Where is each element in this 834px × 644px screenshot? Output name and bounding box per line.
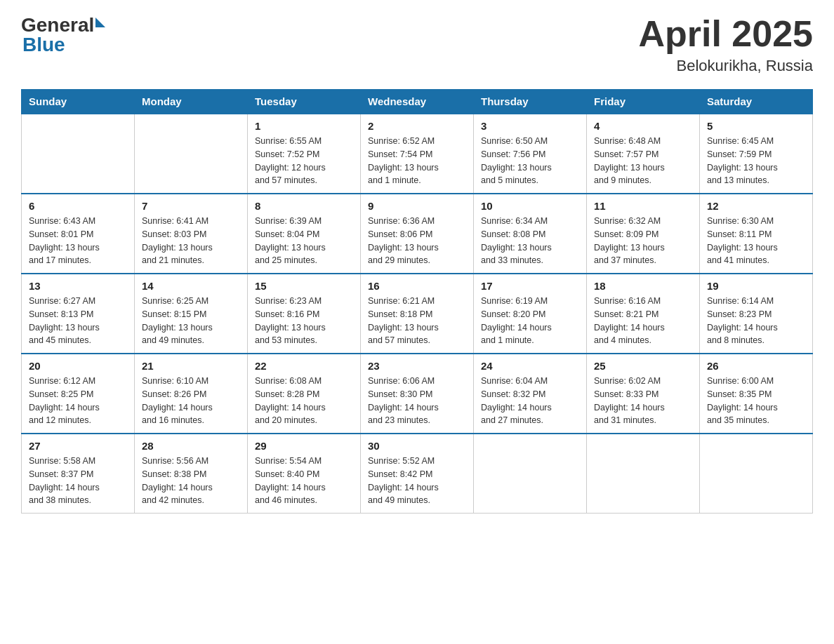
day-number: 23	[368, 360, 466, 372]
calendar-subtitle: Belokurikha, Russia	[638, 57, 813, 75]
calendar-week-row: 20Sunrise: 6:12 AMSunset: 8:25 PMDayligh…	[22, 354, 813, 434]
day-number: 4	[594, 120, 692, 132]
calendar-title: April 2025	[638, 14, 813, 54]
weekday-header-friday: Friday	[587, 90, 700, 114]
day-number: 26	[707, 360, 805, 372]
day-number: 9	[368, 200, 466, 212]
calendar-cell: 2Sunrise: 6:52 AMSunset: 7:54 PMDaylight…	[361, 114, 474, 194]
day-info: Sunrise: 6:06 AMSunset: 8:30 PMDaylight:…	[368, 375, 466, 427]
day-info: Sunrise: 6:43 AMSunset: 8:01 PMDaylight:…	[29, 215, 127, 267]
day-info: Sunrise: 6:36 AMSunset: 8:06 PMDaylight:…	[368, 215, 466, 267]
calendar-cell	[474, 434, 587, 514]
calendar-cell: 26Sunrise: 6:00 AMSunset: 8:35 PMDayligh…	[700, 354, 813, 434]
calendar-table: SundayMondayTuesdayWednesdayThursdayFrid…	[21, 89, 813, 514]
calendar-cell: 4Sunrise: 6:48 AMSunset: 7:57 PMDaylight…	[587, 114, 700, 194]
day-info: Sunrise: 6:39 AMSunset: 8:04 PMDaylight:…	[255, 215, 353, 267]
calendar-cell: 29Sunrise: 5:54 AMSunset: 8:40 PMDayligh…	[248, 434, 361, 514]
day-info: Sunrise: 5:54 AMSunset: 8:40 PMDaylight:…	[255, 455, 353, 507]
calendar-cell: 12Sunrise: 6:30 AMSunset: 8:11 PMDayligh…	[700, 194, 813, 274]
day-number: 12	[707, 200, 805, 212]
day-info: Sunrise: 6:02 AMSunset: 8:33 PMDaylight:…	[594, 375, 692, 427]
calendar-cell: 27Sunrise: 5:58 AMSunset: 8:37 PMDayligh…	[22, 434, 135, 514]
day-info: Sunrise: 6:16 AMSunset: 8:21 PMDaylight:…	[594, 295, 692, 347]
calendar-title-block: April 2025 Belokurikha, Russia	[638, 14, 813, 75]
calendar-week-row: 1Sunrise: 6:55 AMSunset: 7:52 PMDaylight…	[22, 114, 813, 194]
calendar-cell: 7Sunrise: 6:41 AMSunset: 8:03 PMDaylight…	[135, 194, 248, 274]
weekday-header-row: SundayMondayTuesdayWednesdayThursdayFrid…	[22, 90, 813, 114]
calendar-cell: 19Sunrise: 6:14 AMSunset: 8:23 PMDayligh…	[700, 274, 813, 354]
day-info: Sunrise: 5:52 AMSunset: 8:42 PMDaylight:…	[368, 455, 466, 507]
calendar-cell: 30Sunrise: 5:52 AMSunset: 8:42 PMDayligh…	[361, 434, 474, 514]
day-info: Sunrise: 6:52 AMSunset: 7:54 PMDaylight:…	[368, 135, 466, 187]
day-info: Sunrise: 6:41 AMSunset: 8:03 PMDaylight:…	[142, 215, 240, 267]
calendar-week-row: 13Sunrise: 6:27 AMSunset: 8:13 PMDayligh…	[22, 274, 813, 354]
day-number: 5	[707, 120, 805, 132]
day-number: 3	[481, 120, 579, 132]
day-info: Sunrise: 6:32 AMSunset: 8:09 PMDaylight:…	[594, 215, 692, 267]
calendar-week-row: 6Sunrise: 6:43 AMSunset: 8:01 PMDaylight…	[22, 194, 813, 274]
calendar-cell: 22Sunrise: 6:08 AMSunset: 8:28 PMDayligh…	[248, 354, 361, 434]
day-number: 11	[594, 200, 692, 212]
calendar-cell: 10Sunrise: 6:34 AMSunset: 8:08 PMDayligh…	[474, 194, 587, 274]
weekday-header-wednesday: Wednesday	[361, 90, 474, 114]
calendar-cell: 20Sunrise: 6:12 AMSunset: 8:25 PMDayligh…	[22, 354, 135, 434]
logo-arrow-icon	[95, 18, 105, 27]
calendar-cell: 28Sunrise: 5:56 AMSunset: 8:38 PMDayligh…	[135, 434, 248, 514]
day-number: 18	[594, 280, 692, 292]
day-info: Sunrise: 6:21 AMSunset: 8:18 PMDaylight:…	[368, 295, 466, 347]
weekday-header-saturday: Saturday	[700, 90, 813, 114]
calendar-cell: 16Sunrise: 6:21 AMSunset: 8:18 PMDayligh…	[361, 274, 474, 354]
day-info: Sunrise: 6:34 AMSunset: 8:08 PMDaylight:…	[481, 215, 579, 267]
weekday-header-thursday: Thursday	[474, 90, 587, 114]
calendar-cell	[700, 434, 813, 514]
calendar-header: SundayMondayTuesdayWednesdayThursdayFrid…	[22, 90, 813, 114]
calendar-cell: 9Sunrise: 6:36 AMSunset: 8:06 PMDaylight…	[361, 194, 474, 274]
calendar-cell	[587, 434, 700, 514]
day-number: 19	[707, 280, 805, 292]
calendar-body: 1Sunrise: 6:55 AMSunset: 7:52 PMDaylight…	[22, 114, 813, 514]
calendar-cell: 1Sunrise: 6:55 AMSunset: 7:52 PMDaylight…	[248, 114, 361, 194]
calendar-cell: 25Sunrise: 6:02 AMSunset: 8:33 PMDayligh…	[587, 354, 700, 434]
logo-blue-text: Blue	[22, 34, 105, 56]
day-info: Sunrise: 6:30 AMSunset: 8:11 PMDaylight:…	[707, 215, 805, 267]
page-header: General Blue April 2025 Belokurikha, Rus…	[21, 14, 813, 75]
day-info: Sunrise: 6:27 AMSunset: 8:13 PMDaylight:…	[29, 295, 127, 347]
calendar-cell: 24Sunrise: 6:04 AMSunset: 8:32 PMDayligh…	[474, 354, 587, 434]
day-info: Sunrise: 5:58 AMSunset: 8:37 PMDaylight:…	[29, 455, 127, 507]
day-number: 8	[255, 200, 353, 212]
day-number: 10	[481, 200, 579, 212]
calendar-cell: 15Sunrise: 6:23 AMSunset: 8:16 PMDayligh…	[248, 274, 361, 354]
day-number: 29	[255, 440, 353, 452]
weekday-header-sunday: Sunday	[22, 90, 135, 114]
day-info: Sunrise: 6:50 AMSunset: 7:56 PMDaylight:…	[481, 135, 579, 187]
calendar-cell: 21Sunrise: 6:10 AMSunset: 8:26 PMDayligh…	[135, 354, 248, 434]
calendar-cell: 23Sunrise: 6:06 AMSunset: 8:30 PMDayligh…	[361, 354, 474, 434]
calendar-cell: 17Sunrise: 6:19 AMSunset: 8:20 PMDayligh…	[474, 274, 587, 354]
day-number: 7	[142, 200, 240, 212]
day-info: Sunrise: 6:10 AMSunset: 8:26 PMDaylight:…	[142, 375, 240, 427]
day-info: Sunrise: 6:48 AMSunset: 7:57 PMDaylight:…	[594, 135, 692, 187]
day-number: 30	[368, 440, 466, 452]
day-number: 1	[255, 120, 353, 132]
day-info: Sunrise: 5:56 AMSunset: 8:38 PMDaylight:…	[142, 455, 240, 507]
calendar-cell	[22, 114, 135, 194]
day-info: Sunrise: 6:23 AMSunset: 8:16 PMDaylight:…	[255, 295, 353, 347]
day-info: Sunrise: 6:25 AMSunset: 8:15 PMDaylight:…	[142, 295, 240, 347]
logo: General Blue	[21, 14, 105, 56]
calendar-cell: 18Sunrise: 6:16 AMSunset: 8:21 PMDayligh…	[587, 274, 700, 354]
weekday-header-monday: Monday	[135, 90, 248, 114]
calendar-cell	[135, 114, 248, 194]
calendar-cell: 13Sunrise: 6:27 AMSunset: 8:13 PMDayligh…	[22, 274, 135, 354]
calendar-cell: 3Sunrise: 6:50 AMSunset: 7:56 PMDaylight…	[474, 114, 587, 194]
day-info: Sunrise: 6:55 AMSunset: 7:52 PMDaylight:…	[255, 135, 353, 187]
day-number: 15	[255, 280, 353, 292]
day-number: 20	[29, 360, 127, 372]
calendar-week-row: 27Sunrise: 5:58 AMSunset: 8:37 PMDayligh…	[22, 434, 813, 514]
calendar-cell: 14Sunrise: 6:25 AMSunset: 8:15 PMDayligh…	[135, 274, 248, 354]
day-number: 17	[481, 280, 579, 292]
day-info: Sunrise: 6:45 AMSunset: 7:59 PMDaylight:…	[707, 135, 805, 187]
calendar-cell: 11Sunrise: 6:32 AMSunset: 8:09 PMDayligh…	[587, 194, 700, 274]
calendar-cell: 6Sunrise: 6:43 AMSunset: 8:01 PMDaylight…	[22, 194, 135, 274]
day-number: 2	[368, 120, 466, 132]
day-number: 27	[29, 440, 127, 452]
